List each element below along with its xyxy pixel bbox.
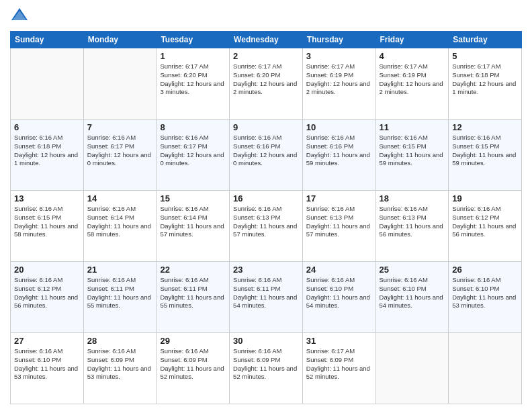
day-number: 19	[452, 193, 518, 203]
day-info: Sunrise: 6:16 AM Sunset: 6:09 PM Dayligh…	[160, 347, 226, 381]
calendar-day-cell	[449, 333, 522, 404]
day-info: Sunrise: 6:16 AM Sunset: 6:15 PM Dayligh…	[380, 134, 445, 168]
calendar-day-cell: 22Sunrise: 6:16 AM Sunset: 6:11 PM Dayli…	[157, 262, 230, 333]
calendar-day-cell: 19Sunrise: 6:16 AM Sunset: 6:12 PM Dayli…	[449, 191, 522, 262]
calendar-day-cell: 10Sunrise: 6:16 AM Sunset: 6:16 PM Dayli…	[302, 120, 375, 191]
calendar-day-cell: 26Sunrise: 6:16 AM Sunset: 6:10 PM Dayli…	[449, 262, 522, 333]
day-number: 2	[233, 51, 299, 61]
day-info: Sunrise: 6:17 AM Sunset: 6:18 PM Dayligh…	[452, 62, 518, 97]
day-number: 6	[14, 122, 80, 132]
calendar-day-cell: 17Sunrise: 6:16 AM Sunset: 6:13 PM Dayli…	[302, 191, 375, 262]
day-number: 15	[160, 193, 226, 203]
day-info: Sunrise: 6:16 AM Sunset: 6:14 PM Dayligh…	[160, 205, 226, 239]
day-number: 14	[87, 193, 153, 203]
day-info: Sunrise: 6:16 AM Sunset: 6:13 PM Dayligh…	[233, 205, 299, 239]
day-number: 7	[87, 122, 153, 132]
day-number: 12	[452, 122, 518, 132]
calendar-day-cell: 31Sunrise: 6:17 AM Sunset: 6:09 PM Dayli…	[302, 333, 375, 404]
calendar-day-cell: 16Sunrise: 6:16 AM Sunset: 6:13 PM Dayli…	[230, 191, 303, 262]
day-info: Sunrise: 6:16 AM Sunset: 6:15 PM Dayligh…	[14, 205, 80, 239]
day-info: Sunrise: 6:16 AM Sunset: 6:10 PM Dayligh…	[452, 276, 518, 310]
day-of-week-header: Tuesday	[157, 32, 230, 48]
day-info: Sunrise: 6:16 AM Sunset: 6:10 PM Dayligh…	[306, 276, 372, 310]
day-info: Sunrise: 6:16 AM Sunset: 6:11 PM Dayligh…	[87, 276, 153, 310]
day-number: 27	[14, 336, 80, 346]
day-info: Sunrise: 6:16 AM Sunset: 6:09 PM Dayligh…	[87, 347, 153, 381]
day-number: 25	[380, 265, 445, 275]
calendar-day-cell: 4Sunrise: 6:17 AM Sunset: 6:19 PM Daylig…	[375, 48, 449, 120]
calendar-day-cell: 23Sunrise: 6:16 AM Sunset: 6:11 PM Dayli…	[230, 262, 303, 333]
calendar-day-cell: 3Sunrise: 6:17 AM Sunset: 6:19 PM Daylig…	[302, 48, 375, 120]
day-info: Sunrise: 6:16 AM Sunset: 6:15 PM Dayligh…	[452, 134, 518, 168]
day-number: 3	[306, 51, 372, 61]
day-info: Sunrise: 6:16 AM Sunset: 6:17 PM Dayligh…	[160, 134, 226, 168]
day-info: Sunrise: 6:17 AM Sunset: 6:20 PM Dayligh…	[233, 62, 299, 97]
day-number: 1	[160, 51, 226, 61]
calendar-week-row: 13Sunrise: 6:16 AM Sunset: 6:15 PM Dayli…	[11, 191, 522, 262]
calendar-day-cell: 25Sunrise: 6:16 AM Sunset: 6:10 PM Dayli…	[375, 262, 449, 333]
day-number: 20	[14, 265, 80, 275]
day-info: Sunrise: 6:17 AM Sunset: 6:19 PM Dayligh…	[306, 62, 372, 97]
calendar-day-cell: 30Sunrise: 6:16 AM Sunset: 6:09 PM Dayli…	[230, 333, 303, 404]
day-of-week-header: Sunday	[11, 32, 84, 48]
day-number: 29	[160, 336, 226, 346]
day-number: 13	[14, 193, 80, 203]
day-info: Sunrise: 6:17 AM Sunset: 6:09 PM Dayligh…	[306, 347, 372, 381]
day-number: 5	[452, 51, 518, 61]
page: SundayMondayTuesdayWednesdayThursdayFrid…	[0, 0, 532, 411]
calendar-day-cell: 27Sunrise: 6:16 AM Sunset: 6:10 PM Dayli…	[11, 333, 84, 404]
day-number: 21	[87, 265, 153, 275]
calendar-day-cell: 11Sunrise: 6:16 AM Sunset: 6:15 PM Dayli…	[375, 120, 449, 191]
day-info: Sunrise: 6:16 AM Sunset: 6:10 PM Dayligh…	[14, 347, 80, 381]
calendar-day-cell: 8Sunrise: 6:16 AM Sunset: 6:17 PM Daylig…	[157, 120, 230, 191]
day-number: 4	[380, 51, 445, 61]
day-info: Sunrise: 6:16 AM Sunset: 6:14 PM Dayligh…	[87, 205, 153, 239]
calendar-day-cell: 1Sunrise: 6:17 AM Sunset: 6:20 PM Daylig…	[157, 48, 230, 120]
calendar-day-cell	[11, 48, 84, 120]
calendar-day-cell: 9Sunrise: 6:16 AM Sunset: 6:16 PM Daylig…	[230, 120, 303, 191]
day-number: 30	[233, 336, 299, 346]
day-number: 18	[380, 193, 445, 203]
day-of-week-header: Friday	[375, 32, 449, 48]
day-info: Sunrise: 6:16 AM Sunset: 6:11 PM Dayligh…	[233, 276, 299, 310]
day-number: 11	[380, 122, 445, 132]
day-info: Sunrise: 6:16 AM Sunset: 6:11 PM Dayligh…	[160, 276, 226, 310]
calendar-day-cell: 18Sunrise: 6:16 AM Sunset: 6:13 PM Dayli…	[375, 191, 449, 262]
calendar-day-cell: 20Sunrise: 6:16 AM Sunset: 6:12 PM Dayli…	[11, 262, 84, 333]
day-of-week-header: Thursday	[302, 32, 375, 48]
calendar-header-row: SundayMondayTuesdayWednesdayThursdayFrid…	[11, 32, 522, 48]
calendar-day-cell: 28Sunrise: 6:16 AM Sunset: 6:09 PM Dayli…	[83, 333, 157, 404]
calendar-day-cell: 13Sunrise: 6:16 AM Sunset: 6:15 PM Dayli…	[11, 191, 84, 262]
calendar-day-cell: 6Sunrise: 6:16 AM Sunset: 6:18 PM Daylig…	[11, 120, 84, 191]
day-info: Sunrise: 6:16 AM Sunset: 6:17 PM Dayligh…	[87, 134, 153, 168]
calendar-week-row: 1Sunrise: 6:17 AM Sunset: 6:20 PM Daylig…	[11, 48, 522, 120]
day-of-week-header: Monday	[83, 32, 157, 48]
calendar-week-row: 27Sunrise: 6:16 AM Sunset: 6:10 PM Dayli…	[11, 333, 522, 404]
day-info: Sunrise: 6:17 AM Sunset: 6:19 PM Dayligh…	[380, 62, 445, 97]
day-info: Sunrise: 6:16 AM Sunset: 6:18 PM Dayligh…	[14, 134, 80, 168]
calendar-day-cell: 29Sunrise: 6:16 AM Sunset: 6:09 PM Dayli…	[157, 333, 230, 404]
day-number: 24	[306, 265, 372, 275]
calendar-day-cell	[375, 333, 449, 404]
day-number: 10	[306, 122, 372, 132]
logo	[10, 7, 32, 26]
day-info: Sunrise: 6:16 AM Sunset: 6:12 PM Dayligh…	[452, 205, 518, 239]
calendar-week-row: 20Sunrise: 6:16 AM Sunset: 6:12 PM Dayli…	[11, 262, 522, 333]
header	[10, 7, 522, 26]
day-number: 8	[160, 122, 226, 132]
day-info: Sunrise: 6:17 AM Sunset: 6:20 PM Dayligh…	[160, 62, 226, 97]
day-number: 28	[87, 336, 153, 346]
calendar-day-cell	[83, 48, 157, 120]
calendar-week-row: 6Sunrise: 6:16 AM Sunset: 6:18 PM Daylig…	[11, 120, 522, 191]
day-number: 31	[306, 336, 372, 346]
calendar-day-cell: 2Sunrise: 6:17 AM Sunset: 6:20 PM Daylig…	[230, 48, 303, 120]
calendar-day-cell: 14Sunrise: 6:16 AM Sunset: 6:14 PM Dayli…	[83, 191, 157, 262]
day-of-week-header: Saturday	[449, 32, 522, 48]
calendar-day-cell: 15Sunrise: 6:16 AM Sunset: 6:14 PM Dayli…	[157, 191, 230, 262]
day-info: Sunrise: 6:16 AM Sunset: 6:09 PM Dayligh…	[233, 347, 299, 381]
calendar-table: SundayMondayTuesdayWednesdayThursdayFrid…	[10, 31, 522, 404]
calendar-day-cell: 21Sunrise: 6:16 AM Sunset: 6:11 PM Dayli…	[83, 262, 157, 333]
day-info: Sunrise: 6:16 AM Sunset: 6:16 PM Dayligh…	[306, 134, 372, 168]
logo-icon	[10, 7, 29, 26]
day-number: 17	[306, 193, 372, 203]
